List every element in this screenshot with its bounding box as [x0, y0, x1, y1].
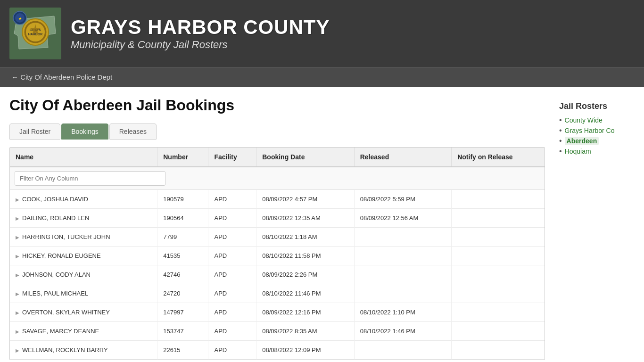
content-area: City Of Aberdeen Jail Bookings Jail Rost…: [9, 97, 545, 360]
row-expand-icon[interactable]: ▶: [16, 310, 19, 315]
col-released: Released: [354, 148, 451, 167]
sidebar-link-hoquiam[interactable]: Hoquiam: [565, 148, 591, 155]
col-notify: Notify on Release: [452, 148, 545, 167]
cell-notify: [452, 190, 545, 209]
cell-released: [354, 247, 451, 265]
sidebar-list-item: Grays Harbor Co: [559, 126, 635, 135]
sidebar-link-grays-harbor-co[interactable]: Grays Harbor Co: [565, 127, 615, 134]
bookings-table: Name Number Facility Booking Date Releas…: [10, 148, 545, 360]
table-header-row: Name Number Facility Booking Date Releas…: [10, 148, 545, 167]
site-subtitle: Municipality & County Jail Rosters: [71, 39, 330, 51]
table-row[interactable]: ▶COOK, JOSHUA DAVID 190579 APD 08/09/202…: [10, 190, 545, 209]
tabs-container: Jail Roster Bookings Releases: [9, 123, 545, 140]
cell-facility: APD: [208, 209, 256, 228]
cell-facility: APD: [208, 284, 256, 303]
tab-bookings[interactable]: Bookings: [61, 123, 108, 140]
row-expand-icon[interactable]: ▶: [16, 272, 19, 278]
cell-facility: APD: [208, 228, 256, 247]
cell-notify: [452, 284, 545, 303]
table-row[interactable]: ▶OVERTON, SKYLAR WHITNEY 147997 APD 08/0…: [10, 303, 545, 322]
row-expand-icon[interactable]: ▶: [16, 254, 19, 259]
tab-releases[interactable]: Releases: [109, 123, 157, 140]
cell-released: [354, 265, 451, 284]
logo-container: GRAYS HARBOR ★: [9, 8, 61, 59]
cell-released: [354, 284, 451, 303]
row-expand-icon[interactable]: ▶: [16, 235, 19, 240]
filter-input[interactable]: [15, 171, 165, 186]
sidebar-list-item: Hoquiam: [559, 147, 635, 156]
nav-bar[interactable]: ← City Of Aberdeen Police Dept: [0, 67, 644, 87]
row-expand-icon[interactable]: ▶: [16, 348, 19, 353]
row-expand-icon[interactable]: ▶: [16, 291, 19, 296]
svg-text:★: ★: [18, 16, 22, 21]
cell-released: 08/09/2022 5:59 PM: [354, 190, 451, 209]
sidebar-title: Jail Rosters: [559, 101, 635, 111]
cell-notify: [452, 209, 545, 228]
filter-row: [10, 167, 545, 190]
sidebar-link-aberdeen[interactable]: Aberdeen: [565, 137, 599, 145]
col-booking-date: Booking Date: [256, 148, 354, 167]
cell-booking-date: 08/08/2022 12:09 PM: [256, 341, 354, 360]
cell-booking-date: 08/10/2022 11:46 PM: [256, 284, 354, 303]
col-facility: Facility: [208, 148, 256, 167]
row-expand-icon[interactable]: ▶: [16, 197, 19, 202]
sidebar-links-list: County WideGrays Harbor CoAberdeenHoquia…: [559, 116, 635, 156]
cell-released: 08/09/2022 12:56 AM: [354, 209, 451, 228]
cell-name: ▶SAVAGE, MARCY DEANNE: [10, 322, 157, 341]
cell-booking-date: 08/09/2022 2:26 PM: [256, 265, 354, 284]
cell-booking-date: 08/09/2022 12:35 AM: [256, 209, 354, 228]
table-row[interactable]: ▶JOHNSON, CODY ALAN 42746 APD 08/09/2022…: [10, 265, 545, 284]
cell-notify: [452, 228, 545, 247]
cell-booking-date: 08/09/2022 8:35 AM: [256, 322, 354, 341]
row-expand-icon[interactable]: ▶: [16, 216, 19, 221]
cell-number: 147997: [157, 303, 208, 322]
cell-name: ▶MILES, PAUL MICHAEL: [10, 284, 157, 303]
row-expand-icon[interactable]: ▶: [16, 329, 19, 334]
cell-name: ▶OVERTON, SKYLAR WHITNEY: [10, 303, 157, 322]
filter-cell: [10, 167, 545, 190]
cell-facility: APD: [208, 341, 256, 360]
cell-number: 190564: [157, 209, 208, 228]
table-row[interactable]: ▶SAVAGE, MARCY DEANNE 153747 APD 08/09/2…: [10, 322, 545, 341]
header-title-block: GRAYS HARBOR COUNTY Municipality & Count…: [71, 16, 330, 51]
cell-notify: [452, 265, 545, 284]
cell-name: ▶COOK, JOSHUA DAVID: [10, 190, 157, 209]
cell-notify: [452, 341, 545, 360]
cell-notify: [452, 303, 545, 322]
table-row[interactable]: ▶MILES, PAUL MICHAEL 24720 APD 08/10/202…: [10, 284, 545, 303]
logo-badge: GRAYS HARBOR ★: [9, 8, 61, 59]
tab-jail-roster[interactable]: Jail Roster: [9, 123, 60, 140]
cell-notify: [452, 322, 545, 341]
main-content: City Of Aberdeen Jail Bookings Jail Rost…: [0, 87, 644, 362]
cell-released: [354, 341, 451, 360]
cell-name: ▶JOHNSON, CODY ALAN: [10, 265, 157, 284]
cell-released: 08/10/2022 1:46 PM: [354, 322, 451, 341]
sidebar-list-item: Aberdeen: [559, 137, 635, 145]
site-header: GRAYS HARBOR ★ GRAYS HARBOR COUNTY Munic…: [0, 0, 644, 67]
cell-facility: APD: [208, 190, 256, 209]
cell-number: 41535: [157, 247, 208, 265]
cell-name: ▶HICKEY, RONALD EUGENE: [10, 247, 157, 265]
cell-released: [354, 228, 451, 247]
cell-name: ▶DAILING, ROLAND LEN: [10, 209, 157, 228]
back-link[interactable]: ← City Of Aberdeen Police Dept: [9, 67, 114, 87]
cell-number: 24720: [157, 284, 208, 303]
cell-number: 7799: [157, 228, 208, 247]
cell-notify: [452, 247, 545, 265]
table-row[interactable]: ▶WELLMAN, ROCKLYN BARRY 22615 APD 08/08/…: [10, 341, 545, 360]
cell-name: ▶HARRINGTON, TUCKER JOHN: [10, 228, 157, 247]
cell-number: 22615: [157, 341, 208, 360]
bookings-table-container: Name Number Facility Booking Date Releas…: [9, 147, 545, 360]
cell-facility: APD: [208, 247, 256, 265]
col-number: Number: [157, 148, 208, 167]
cell-booking-date: 08/09/2022 12:16 PM: [256, 303, 354, 322]
table-row[interactable]: ▶DAILING, ROLAND LEN 190564 APD 08/09/20…: [10, 209, 545, 228]
sidebar-link-county-wide[interactable]: County Wide: [565, 116, 603, 124]
table-row[interactable]: ▶HICKEY, RONALD EUGENE 41535 APD 08/10/2…: [10, 247, 545, 265]
cell-name: ▶WELLMAN, ROCKLYN BARRY: [10, 341, 157, 360]
cell-booking-date: 08/10/2022 11:58 PM: [256, 247, 354, 265]
cell-number: 42746: [157, 265, 208, 284]
svg-text:HARBOR: HARBOR: [28, 33, 43, 36]
table-row[interactable]: ▶HARRINGTON, TUCKER JOHN 7799 APD 08/10/…: [10, 228, 545, 247]
col-name: Name: [10, 148, 157, 167]
